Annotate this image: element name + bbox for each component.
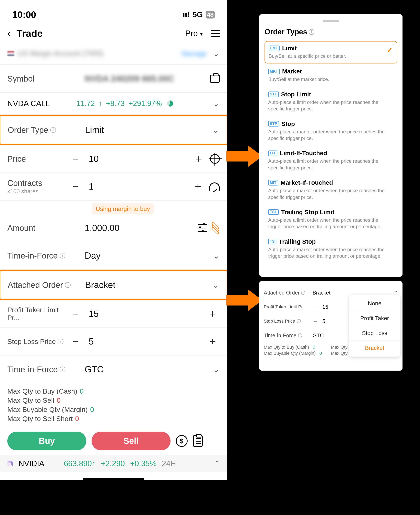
sheet-handle[interactable] [323, 20, 339, 22]
info-icon: i [301, 291, 305, 295]
minus-button[interactable]: − [68, 153, 82, 165]
menu-icon[interactable] [211, 30, 220, 37]
home-indicator [83, 478, 144, 480]
max-qty-block: Max Qty to Buy (Cash)0 Max Qty to Sell0 … [0, 383, 227, 429]
back-button[interactable]: ‹ [7, 27, 11, 39]
minus-button[interactable]: − [68, 335, 82, 348]
info-icon: i [58, 339, 63, 344]
profit-taker-row: Profit Taker Limit Pr... − 15 + [0, 300, 227, 328]
arrow-up-icon: ↑ [99, 100, 102, 107]
chevron-up-icon: ⌃ [214, 459, 220, 468]
attached-menu-item[interactable]: None [349, 296, 400, 311]
minus-button[interactable]: − [68, 308, 82, 320]
page-title: Trade [16, 28, 185, 39]
attached-order-row[interactable]: Attached Order i Bracket ⌄ [0, 271, 227, 299]
price-input[interactable]: 10 [82, 154, 192, 164]
attached-order-menu: NoneProfit TakerStop LossBracket [349, 295, 400, 357]
order-type-option[interactable]: LMTLimitBuy/Sell at a specific price or … [264, 41, 397, 63]
attached-order-panel: Attached Order i Bracket ⌃ Profit Taker … [259, 281, 403, 371]
clock: 10:00 [12, 9, 36, 20]
tif-row[interactable]: Time-in-Force i Day ⌄ [0, 242, 227, 270]
order-type-option[interactable]: STLStop LimitAuto-place a limit order wh… [264, 88, 397, 116]
mode-toggle[interactable]: Pro ▾ [185, 29, 203, 38]
attached-menu-item[interactable]: Profit Taker [349, 311, 400, 326]
info-icon: i [65, 282, 71, 288]
chevron-down-icon: ⌄ [212, 280, 219, 290]
tif2-row[interactable]: Time-in-Force i GTC ⌄ [0, 355, 227, 383]
status-bar: 10:00 ııı! 5G 48 [0, 0, 227, 22]
account-selector[interactable]: US Margin Account (7000) Manage ⌄ [0, 44, 227, 65]
buy-button[interactable]: Buy [7, 432, 86, 450]
stop-loss-row: Stop Loss Price i − 5 + [0, 328, 227, 355]
chevron-down-icon: ⌄ [213, 251, 220, 260]
order-type-option[interactable]: LITLimit-If-TouchedAuto-place a limit or… [264, 147, 397, 175]
info-icon: i [309, 29, 314, 35]
amount-row: Amount 1,000.00 [0, 214, 227, 242]
annotation-arrow [226, 146, 262, 167]
minus-button[interactable]: − [310, 303, 320, 311]
layers-icon[interactable] [211, 224, 220, 233]
sheet-title: Order Types i [264, 28, 397, 36]
annotation-arrow [226, 290, 262, 311]
chevron-down-icon: ⌄ [213, 49, 220, 58]
order-type-option[interactable]: MITMarket-If-TouchedAuto-place a market … [264, 176, 397, 204]
order-type-option[interactable]: STPStopAuto-place a market order when th… [264, 117, 397, 145]
chevron-down-icon: ⌄ [213, 99, 220, 108]
order-type-option[interactable]: MKTMarketBuy/Sell at the market price. [264, 65, 397, 86]
check-icon: ✓ [387, 46, 393, 54]
minus-button[interactable]: − [310, 317, 320, 325]
chevron-down-icon: ⌄ [212, 125, 219, 135]
info-icon: i [298, 333, 302, 338]
margin-chip: Using margin to buy [92, 203, 154, 214]
quote-row[interactable]: NVDA CALL 11.72 ↑ +8.73 +291.97% ⌄ [0, 93, 227, 115]
order-type-option[interactable]: TSTrailing StopAuto-place a market order… [264, 235, 397, 263]
info-icon: i [297, 319, 301, 323]
symbol-row: Symbol NVDA 240209 665.00C [0, 65, 227, 93]
clock-icon [167, 101, 173, 107]
price-row: Price − 10 + [0, 145, 227, 173]
chevron-down-icon: ⌄ [213, 365, 220, 374]
stop-loss-input[interactable]: 5 [82, 336, 205, 346]
plus-button[interactable]: + [191, 180, 205, 193]
symbol-value[interactable]: NVDA 240209 665.00C [85, 74, 206, 84]
network-label: 5G [193, 10, 203, 19]
attached-menu-item[interactable]: Stop Loss [349, 326, 400, 340]
order-type-row[interactable]: Order Type i Limit ⌄ [0, 116, 227, 144]
order-type-option[interactable]: TSLTrailing Stop LimitAuto-place a limit… [264, 206, 397, 234]
plus-button[interactable]: + [205, 335, 220, 348]
contracts-input[interactable]: 1 [82, 181, 191, 191]
order-types-sheet: Order Types i LMTLimitBuy/Sell at a spec… [259, 14, 403, 277]
signal-icon: ııı! [182, 10, 190, 19]
plus-button[interactable]: + [205, 308, 220, 320]
attached-menu-item[interactable]: Bracket [349, 340, 400, 355]
ticker-bar[interactable]: ⧉ NVIDIA 663.890↑ +2.290 +0.35% 24H ⌃ [0, 455, 227, 472]
chain-icon: ⧉ [7, 459, 13, 468]
gauge-icon[interactable] [209, 183, 220, 191]
target-icon[interactable] [210, 154, 220, 164]
battery-icon: 48 [206, 11, 215, 19]
contracts-row: Contracts x100 shares − 1 + [0, 173, 227, 200]
plus-button[interactable]: + [192, 153, 206, 165]
minus-button[interactable]: − [68, 180, 82, 193]
info-icon: i [50, 127, 56, 133]
profit-taker-input[interactable]: 15 [82, 309, 205, 319]
swap-currency-icon[interactable]: $ [176, 435, 188, 447]
info-icon: i [60, 367, 65, 372]
sell-button[interactable]: Sell [91, 432, 171, 450]
briefcase-icon[interactable] [210, 75, 220, 83]
sliders-icon[interactable] [198, 224, 207, 232]
info-icon: i [60, 253, 65, 258]
notes-icon[interactable] [193, 435, 203, 447]
flag-icon [7, 51, 14, 56]
